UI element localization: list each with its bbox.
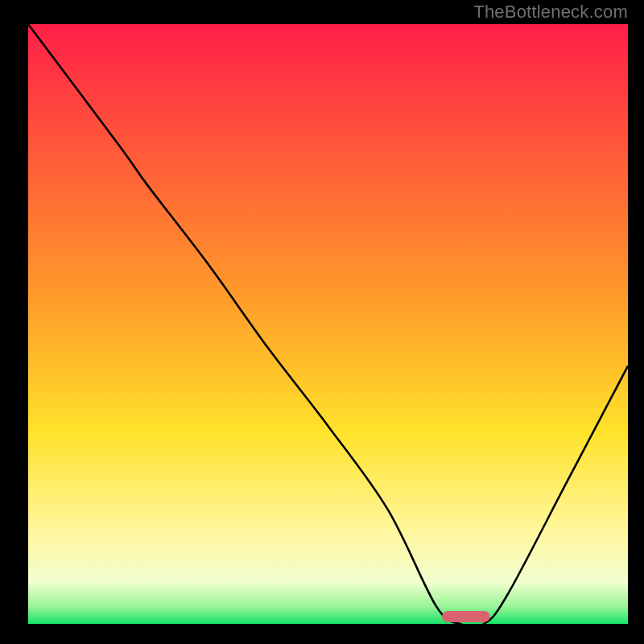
watermark-text: TheBottleneck.com [473,2,628,23]
optimal-marker [442,611,490,622]
chart-frame: TheBottleneck.com [0,0,644,644]
bottleneck-chart [0,0,644,644]
plot-area [28,24,628,624]
